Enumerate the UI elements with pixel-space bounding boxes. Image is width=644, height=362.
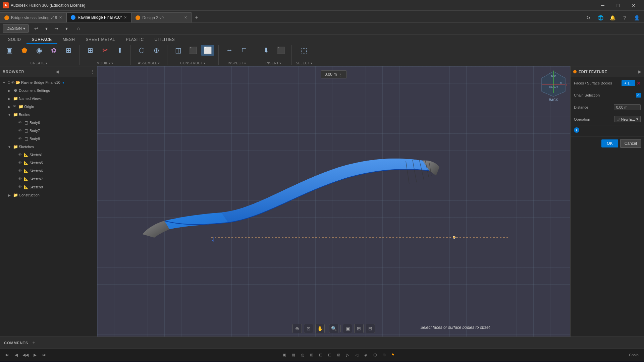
edit-feature-expand[interactable]: ▶ [638, 69, 641, 74]
create-btn-2[interactable]: ⬟ [17, 45, 31, 56]
browser-item-sketch8[interactable]: 👁 📐 Sketch8 [11, 183, 97, 191]
doc-settings-expand[interactable]: ▶ [7, 88, 12, 93]
close-button[interactable]: ✕ [626, 0, 641, 11]
sketch7-eye-icon[interactable]: 👁 [18, 177, 23, 181]
go-end-button[interactable]: ⏭ [40, 351, 48, 359]
faces-selection-button[interactable]: + 1... [622, 80, 635, 86]
tl-icon-2[interactable]: ▤ [289, 351, 298, 359]
create-btn-4[interactable]: ✿ [47, 45, 60, 56]
pan-button[interactable]: ✋ [315, 324, 325, 333]
tab-2[interactable]: Ravine Bridge Final v10* ✕ [66, 12, 131, 22]
select-label[interactable]: SELECT ▾ [296, 61, 312, 65]
design-dropdown-button[interactable]: DESIGN ▾ [3, 24, 29, 33]
ok-button[interactable]: OK [601, 139, 618, 147]
zoom-button[interactable]: 🔍 [329, 324, 338, 333]
modify-label[interactable]: MODIFY ▾ [97, 61, 113, 65]
assemble-btn-2[interactable]: ⊛ [150, 45, 163, 56]
world-icon[interactable]: 🌐 [596, 13, 605, 22]
ws-tab-solid[interactable]: SOLID [3, 36, 26, 44]
insert-btn-1[interactable]: ⬇ [259, 45, 273, 56]
tl-icon-5[interactable]: ⊟ [317, 351, 325, 359]
construct-btn-1[interactable]: ◫ [171, 45, 185, 56]
redo-button[interactable]: ↪ [52, 24, 61, 33]
assemble-label[interactable]: ASSEMBLE ▾ [138, 61, 160, 65]
add-comment-button[interactable]: + [32, 340, 35, 346]
browser-item-body8[interactable]: ▷ 👁 ▢ Body8 [11, 135, 97, 143]
tl-icon-12[interactable]: ⊕ [380, 351, 388, 359]
notification-icon[interactable]: 🔔 [608, 13, 617, 22]
sketch1-eye-icon[interactable]: 👁 [18, 153, 23, 157]
construct-label[interactable]: CONSTRUCT ▾ [180, 61, 206, 65]
origin-eye-icon[interactable]: 👁 [13, 104, 17, 109]
browser-options-icon[interactable]: ⋮ [90, 69, 94, 74]
undo-dropdown[interactable]: ▾ [42, 24, 51, 33]
browser-collapse-icon[interactable]: ◀ [56, 69, 59, 74]
body7-eye-icon[interactable]: 👁 [18, 128, 23, 133]
redo-dropdown[interactable]: ▾ [62, 24, 71, 33]
ws-tab-mesh[interactable]: MESH [57, 36, 80, 44]
body6-eye-icon[interactable]: 👁 [18, 120, 23, 125]
named-views-expand[interactable]: ▶ [7, 96, 12, 101]
modify-btn-2[interactable]: ✂ [98, 45, 112, 56]
ws-tab-sheet-metal[interactable]: SHEET METAL [80, 36, 120, 44]
tl-icon-11[interactable]: ⬡ [371, 351, 379, 359]
pivot-button[interactable]: ⊕ [292, 324, 302, 333]
browser-item-body7[interactable]: ▷ 👁 ▢ Body7 [11, 127, 97, 135]
create-btn-3[interactable]: ◉ [32, 45, 46, 56]
tl-icon-1[interactable]: ▣ [280, 351, 288, 359]
sketch8-eye-icon[interactable]: 👁 [18, 185, 23, 189]
insert-btn-2[interactable]: ⬛ [274, 45, 287, 56]
play-button[interactable]: ▶ [31, 351, 39, 359]
construct-btn-3[interactable]: ⬜ [201, 45, 214, 56]
tab-3-close[interactable]: ✕ [184, 15, 187, 20]
distance-input[interactable] [614, 104, 641, 110]
environment-button[interactable]: ⊟ [366, 324, 375, 333]
help-icon[interactable]: ? [620, 13, 629, 22]
tl-icon-9[interactable]: ◁ [353, 351, 361, 359]
refresh-icon[interactable]: ↻ [584, 13, 593, 22]
tl-icon-3[interactable]: ◎ [299, 351, 307, 359]
tab-1-close[interactable]: ✕ [59, 15, 62, 20]
browser-item-bodies[interactable]: ▼ 📁 Bodies [5, 111, 97, 119]
browser-item-sketch6[interactable]: 👁 📐 Sketch6 [11, 167, 97, 175]
go-start-button[interactable]: ⏮ [3, 351, 11, 359]
insert-label[interactable]: INSERT ▾ [266, 61, 281, 65]
root-expand-icon[interactable]: ▼ [1, 80, 7, 85]
tab-1[interactable]: Bridge stresss testing v19 ✕ [0, 12, 66, 22]
create-btn-5[interactable]: ⊞ [62, 45, 75, 56]
inspect-btn-1[interactable]: ↔ [223, 45, 236, 55]
ws-tab-utilities[interactable]: UTILITIES [149, 36, 180, 44]
sketches-expand[interactable]: ▼ [7, 144, 12, 149]
browser-item-sketch1[interactable]: 👁 📐 Sketch1 [11, 151, 97, 159]
new-tab-button[interactable]: + [192, 12, 202, 22]
chain-selection-checkbox[interactable]: ✓ [636, 93, 641, 98]
undo-button[interactable]: ↩ [32, 24, 41, 33]
select-btn-1[interactable]: ⬚ [298, 45, 311, 56]
tab-3[interactable]: Design 2 v9 ✕ [131, 12, 192, 22]
browser-item-sketch5[interactable]: 👁 📐 Sketch5 [11, 159, 97, 167]
browser-root[interactable]: ▼ ⊙ 👁 📂 Ravine Bridge Final v10 ● [0, 78, 97, 86]
home-button[interactable]: ⌂ [74, 24, 83, 33]
create-btn-1[interactable]: ▣ [3, 45, 16, 56]
go-prev-button[interactable]: ◀ [12, 351, 20, 359]
browser-item-document-settings[interactable]: ▶ ⚙ Document Settings [5, 86, 97, 95]
browser-item-construction[interactable]: ▶ 📁 Construction [5, 191, 97, 199]
body8-eye-icon[interactable]: 👁 [18, 136, 23, 141]
tl-icon-8[interactable]: ▷ [344, 351, 352, 359]
viewport[interactable]: ↓ TOP FRONT R X Y BACK 0.00 m ⋮ [97, 66, 570, 337]
tl-icon-13[interactable]: ⚑ [389, 351, 397, 359]
modify-btn-3[interactable]: ⬆ [113, 45, 126, 56]
play-reverse-button[interactable]: ◀◀ [21, 351, 30, 359]
cancel-button[interactable]: Cancel [620, 139, 641, 148]
modify-btn-1[interactable]: ⊞ [84, 45, 97, 56]
viewcube[interactable]: TOP FRONT R X Y BACK [540, 70, 567, 97]
sketch6-eye-icon[interactable]: 👁 [18, 169, 23, 173]
tab-2-close[interactable]: ✕ [124, 15, 127, 20]
tl-icon-7[interactable]: ⊠ [335, 351, 343, 359]
capture-position-button[interactable]: ⊡ [304, 324, 313, 333]
bodies-expand[interactable]: ▼ [7, 112, 12, 117]
origin-expand[interactable]: ▶ [7, 104, 12, 109]
display-mode-button[interactable]: ▣ [343, 324, 352, 333]
inspect-btn-2[interactable]: □ [237, 45, 251, 55]
assemble-btn-1[interactable]: ⬡ [135, 45, 148, 56]
